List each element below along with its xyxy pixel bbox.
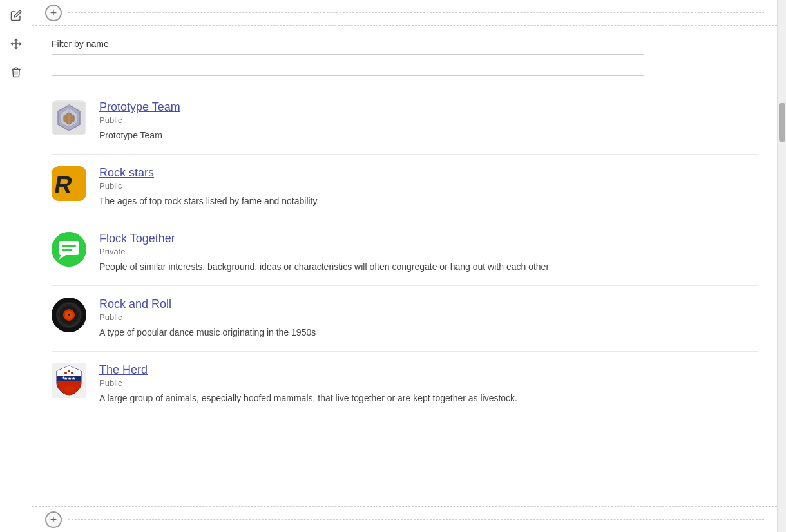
- group-icon-herd: ★ ★ ★: [52, 363, 86, 398]
- group-item-herd: ★ ★ ★ The Herd Public A large group of a…: [52, 352, 758, 417]
- svg-point-28: [64, 372, 67, 374]
- group-icon-rockstars: R: [52, 166, 86, 201]
- svg-rect-13: [59, 241, 79, 255]
- group-info-prototype: Prototype Team Public Prototype Team: [99, 100, 758, 142]
- group-visibility-flock: Private: [99, 247, 758, 256]
- svg-text:★: ★: [72, 376, 75, 381]
- edit-icon-button[interactable]: [6, 5, 26, 26]
- top-add-bar: +: [32, 0, 777, 26]
- group-description-rockroll: A type of popular dance music originatin…: [99, 326, 758, 339]
- group-name-flock[interactable]: Flock Together: [99, 232, 758, 245]
- main-container: + Filter by name: [0, 0, 786, 532]
- top-add-button[interactable]: +: [45, 5, 62, 21]
- group-name-herd[interactable]: The Herd: [99, 363, 758, 377]
- filter-label: Filter by name: [52, 39, 758, 49]
- groups-list: Prototype Team Public Prototype Team R: [52, 89, 758, 417]
- scrollbar-track[interactable]: [777, 0, 786, 532]
- group-item-rockstars: R Rock stars Public The ages of top rock…: [52, 155, 758, 220]
- group-description-rockstars: The ages of top rock stars listed by fam…: [99, 195, 758, 208]
- bottom-add-bar: +: [32, 506, 777, 532]
- group-name-rockroll[interactable]: Rock and Roll: [99, 298, 758, 311]
- scrollbar-thumb[interactable]: [779, 103, 785, 142]
- left-toolbar: [0, 0, 32, 532]
- group-item-flock: Flock Together Private People of similar…: [52, 220, 758, 286]
- top-dashed-line: [68, 12, 764, 13]
- group-name-rockstars[interactable]: Rock stars: [99, 166, 758, 180]
- bottom-dashed-line: [68, 519, 764, 520]
- group-visibility-herd: Public: [99, 378, 758, 388]
- group-visibility-rockroll: Public: [99, 312, 758, 322]
- group-info-rockstars: Rock stars Public The ages of top rock s…: [99, 166, 758, 208]
- group-description-flock: People of similar interests, background,…: [99, 260, 758, 274]
- group-visibility-rockstars: Public: [99, 181, 758, 191]
- group-item-rockroll: Rock and Roll Public A type of popular d…: [52, 286, 758, 352]
- group-item: Prototype Team Public Prototype Team: [52, 89, 758, 155]
- group-icon-rockroll: [52, 298, 86, 332]
- filter-input[interactable]: [52, 54, 644, 76]
- group-visibility-prototype: Public: [99, 115, 758, 125]
- svg-rect-15: [62, 245, 76, 247]
- filter-section: Filter by name: [52, 39, 758, 76]
- scrollable-content[interactable]: Filter by name: [32, 26, 777, 506]
- group-icon-prototype: [52, 100, 86, 135]
- content-area: + Filter by name: [32, 0, 777, 532]
- svg-point-35: [64, 386, 74, 392]
- group-info-flock: Flock Together Private People of similar…: [99, 232, 758, 274]
- group-info-rockroll: Rock and Roll Public A type of popular d…: [99, 298, 758, 339]
- group-name-prototype[interactable]: Prototype Team: [99, 100, 758, 114]
- svg-rect-16: [62, 249, 72, 251]
- group-icon-flock: [52, 232, 86, 267]
- move-icon-button[interactable]: [6, 33, 26, 54]
- group-description-prototype: Prototype Team: [99, 129, 758, 142]
- group-description-herd: A large group of animals, especially hoo…: [99, 392, 758, 405]
- group-info-herd: The Herd Public A large group of animals…: [99, 363, 758, 405]
- delete-icon-button[interactable]: [6, 62, 26, 82]
- svg-point-30: [71, 372, 73, 374]
- bottom-add-button[interactable]: +: [45, 511, 62, 528]
- svg-point-29: [68, 370, 70, 372]
